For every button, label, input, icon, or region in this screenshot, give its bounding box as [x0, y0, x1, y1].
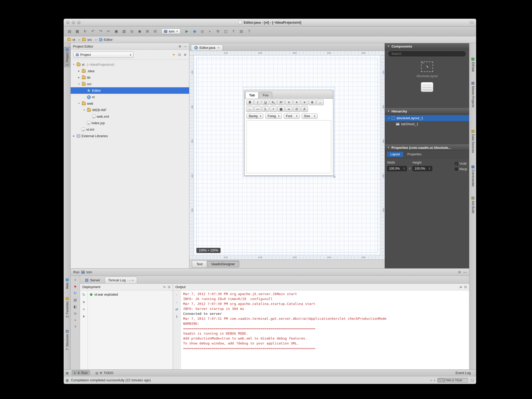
notifications-icon[interactable]: ▪: [434, 378, 435, 382]
debug-icon[interactable]: ◉: [191, 28, 198, 34]
tree-row[interactable]: vt.iml: [71, 126, 189, 133]
hide-panel-icon[interactable]: —: [184, 45, 187, 48]
tree-row[interactable]: lib: [71, 74, 189, 81]
event-log-button[interactable]: Event Log: [453, 370, 473, 375]
pin-tab-icon[interactable]: ◦: [128, 279, 129, 282]
hierarchy-item[interactable]: ▾ absoluteLayout_1: [385, 115, 469, 121]
hide-chevrons-icon[interactable]: »: [72, 277, 78, 282]
redo-icon[interactable]: ↷: [97, 28, 104, 34]
run-toolwindow-button[interactable]: ▶ 4: Run: [72, 370, 90, 375]
package-icon[interactable]: ⊟: [152, 28, 158, 34]
prev-stack-icon[interactable]: ↑: [174, 292, 180, 297]
format-select[interactable]: Font ▲▼: [284, 114, 300, 119]
richtext-content[interactable]: [247, 120, 331, 173]
find-icon[interactable]: ◎: [129, 28, 135, 34]
tabsheet-tab[interactable]: Foo: [259, 92, 272, 98]
coverage-icon[interactable]: ◎: [199, 28, 206, 34]
accordion-component[interactable]: [421, 82, 433, 98]
redeploy-icon[interactable]: ↻: [81, 292, 87, 297]
toolwindows-grid-icon[interactable]: ▦: [66, 371, 69, 375]
designer-canvas[interactable]: TabFoo BIUX₂X²≡≡≡S→ ←—1.•▦∞∅A: [194, 55, 380, 255]
pin-icon[interactable]: ⊙: [72, 311, 78, 316]
toolwindow-favorites-button[interactable]: 2: Favorites: [64, 296, 70, 319]
cut-icon[interactable]: ✂: [105, 28, 112, 34]
editor-view-tab[interactable]: Text: [192, 261, 207, 268]
collapse-all-icon[interactable]: ⊟: [178, 53, 181, 57]
align-left-button[interactable]: ≡: [285, 99, 292, 105]
outdent-button[interactable]: ←: [246, 106, 254, 112]
collapse-icon[interactable]: ⊟: [464, 285, 467, 289]
synchronize-icon[interactable]: ↻: [82, 28, 88, 34]
tree-settings-icon[interactable]: ⚙: [184, 53, 187, 57]
toolwindow-web-button[interactable]: Web: [64, 277, 70, 290]
expand-arrow-icon[interactable]: [72, 63, 75, 66]
expand-arrow-icon[interactable]: ▾: [388, 117, 390, 119]
italic-button[interactable]: I: [254, 99, 261, 105]
tree-row[interactable]: web.xml: [71, 113, 189, 120]
tabsheet-component[interactable]: TabFoo BIUX₂X²≡≡≡S→ ←—1.•▦∞∅A: [244, 90, 333, 176]
link-button[interactable]: ∞: [285, 106, 292, 112]
expand-arrow-icon[interactable]: [77, 83, 81, 85]
tree-row[interactable]: Editor: [71, 87, 189, 94]
underline-button[interactable]: U: [262, 99, 269, 105]
subscript-button[interactable]: X₂: [270, 99, 277, 105]
stepper-icon[interactable]: ▲▼: [428, 167, 431, 170]
soft-wrap-icon[interactable]: ⇄: [460, 285, 462, 289]
align-center-button[interactable]: ≡: [293, 99, 300, 105]
lock-icon[interactable]: ▪: [430, 378, 431, 382]
rerun-icon[interactable]: ↻: [72, 291, 78, 296]
settings-icon[interactable]: ⚙: [215, 28, 221, 34]
toolwindow-structure-button[interactable]: 7: Structure: [64, 328, 70, 352]
tabsheet-tab[interactable]: Tab: [245, 92, 258, 98]
export-icon[interactable]: ⇑: [230, 28, 237, 34]
tab-server[interactable]: Server: [82, 277, 103, 283]
tree-row[interactable]: index.jsp: [71, 120, 189, 126]
tree-row[interactable]: vt (~/IdeaProjects/vt): [71, 61, 189, 68]
tree-row[interactable]: src: [71, 81, 189, 87]
resize-handle[interactable]: [334, 176, 335, 178]
expand-arrow-icon[interactable]: [77, 76, 81, 79]
superscript-button[interactable]: X²: [277, 99, 285, 105]
absolutelayout-component[interactable]: AbsoluteLayout: [416, 62, 438, 78]
height-input[interactable]: 100.0% ▲▼: [413, 166, 432, 171]
hide-run-icon[interactable]: —: [463, 270, 467, 274]
paste-icon[interactable]: ▧: [121, 28, 127, 34]
split-icon[interactable]: ◧: [72, 304, 78, 309]
toolwindow-idetalk-button[interactable]: IDEtalk: [470, 56, 476, 74]
toolwindow-commander-button[interactable]: Commander: [470, 164, 476, 188]
deploy-settings-icon[interactable]: ≡: [81, 307, 87, 312]
help-icon[interactable]: ?: [72, 324, 78, 329]
deployment-item[interactable]: vt:war exploded: [88, 292, 173, 297]
deploy-filter-icon[interactable]: ▼: [81, 314, 87, 319]
expand-arrow-icon[interactable]: [77, 70, 81, 72]
expand-arrow-icon[interactable]: [77, 102, 81, 105]
toolwindow-datasources-button[interactable]: Data Sources: [470, 128, 476, 155]
properties-tab[interactable]: Properties: [404, 152, 425, 157]
replace-icon[interactable]: ◉: [136, 28, 143, 34]
status-grid-icon[interactable]: ▦: [66, 378, 69, 382]
breadcrumb-item[interactable]: src ▸: [82, 38, 99, 42]
format-select[interactable]: Foreg ▲▼: [265, 114, 282, 119]
tree-row[interactable]: web: [71, 100, 189, 107]
bullet-list-button[interactable]: •: [270, 106, 277, 112]
collapse-icon[interactable]: ⊟: [168, 285, 170, 289]
hierarchy-header[interactable]: ▼ Hierarchy: [385, 108, 469, 114]
tree-row[interactable]: WEB-INF: [71, 107, 189, 113]
profiler-icon[interactable]: ◐: [207, 28, 214, 34]
undo-icon[interactable]: ↶: [90, 28, 96, 34]
width-input[interactable]: 100.0% ▲▼: [387, 166, 407, 171]
close-tab-icon[interactable]: ×: [218, 46, 220, 50]
scroll-to-end-icon[interactable]: ⇓: [174, 314, 180, 319]
align-right-button[interactable]: ≡: [301, 99, 308, 105]
project-structure-icon[interactable]: ◫: [223, 28, 229, 34]
breadcrumb-item[interactable]: vt ▸: [67, 38, 82, 42]
toolwindow-project-button[interactable]: 1: Project: [64, 47, 70, 67]
filter-icon[interactable]: ▼: [172, 53, 175, 57]
tree-row[interactable]: .idea: [71, 68, 189, 74]
console-icon[interactable]: ▤: [72, 297, 78, 302]
stepper-icon[interactable]: ▲▼: [402, 167, 406, 170]
strikethrough-button[interactable]: S: [309, 99, 316, 105]
run-config-select[interactable]: tom ▼: [162, 29, 181, 34]
format-select[interactable]: Backg ▲▼: [247, 114, 263, 119]
properties-header[interactable]: ▼ Properties (com.vaadin.ui.Absolute...: [385, 144, 469, 151]
